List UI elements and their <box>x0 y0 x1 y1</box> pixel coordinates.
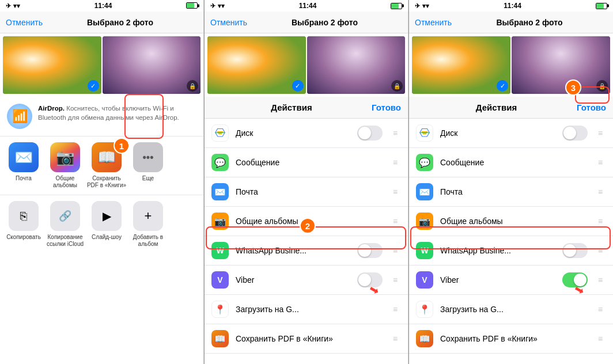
done-button-2[interactable]: Готово <box>372 103 401 112</box>
airdrop-icon: 📶 <box>7 104 32 129</box>
actions-title-3: Действия <box>416 103 577 112</box>
app-item-more[interactable]: ••• Еще <box>127 142 169 189</box>
photo-thumb-2[interactable]: 🔒 <box>103 36 201 94</box>
drive-name-3: Диск <box>440 128 555 138</box>
app-item-books[interactable]: 📖 Сохранить PDF в «Книги» 1 <box>86 142 127 189</box>
message-drag-3[interactable]: ≡ <box>595 157 606 168</box>
mail-icon-2: ✉️ <box>211 183 229 200</box>
action-maps-3[interactable]: 📍 Загрузить на G... ≡ <box>409 295 613 324</box>
action-mail-3[interactable]: ✉️ Почта ≡ <box>409 177 613 207</box>
slideshow-label: Слайд-шоу <box>92 234 122 241</box>
maps-drag-3[interactable]: ≡ <box>595 304 606 315</box>
whatsapp-icon-3: W <box>416 242 433 259</box>
whatsapp-toggle-2[interactable] <box>357 243 383 258</box>
battery-icon-3 <box>596 3 607 9</box>
drive-toggle-3[interactable] <box>562 126 588 141</box>
whatsapp-name-3: WhatsApp Busine... <box>440 246 555 255</box>
action-shared-3[interactable]: 📷 Общие альбомы ≡ <box>409 207 613 236</box>
action-message-3[interactable]: 💬 Сообщение ≡ <box>409 148 613 177</box>
copy-icon: ⎘ <box>9 201 39 231</box>
panel-2: ✈ ▾▾ 11:44 Отменить Выбрано 2 фото ✓ 🔒 Д… <box>205 0 408 364</box>
photo-image-2b <box>307 36 406 94</box>
status-bar-2: ✈ ▾▾ 11:44 <box>205 0 408 12</box>
books-icon-3: 📖 <box>416 330 433 347</box>
action-whatsapp-2[interactable]: W WhatsApp Busine... ≡ <box>205 236 408 266</box>
wifi-icon: ▾▾ <box>13 2 20 10</box>
drive-name-2: Диск <box>236 128 350 138</box>
cancel-button-1[interactable]: Отменить <box>6 18 43 27</box>
action-drive-2[interactable]: Диск ≡ <box>205 119 408 148</box>
whatsapp-drag-3[interactable]: ≡ <box>595 245 606 256</box>
photo-strip-3: ✓ 🔒 <box>409 33 613 97</box>
action-drive-3[interactable]: Диск ≡ <box>409 119 613 148</box>
shared-icon-3: 📷 <box>416 213 433 230</box>
message-icon-3: 💬 <box>416 154 433 171</box>
message-drag-2[interactable]: ≡ <box>389 157 401 168</box>
books-drag-3[interactable]: ≡ <box>595 333 606 344</box>
maps-name-2: Загрузить на G... <box>236 305 383 314</box>
step-badge-2: 2 <box>300 218 316 234</box>
photo-thumb-3b[interactable]: 🔒 <box>512 36 610 94</box>
drive-drag-3[interactable]: ≡ <box>595 127 606 139</box>
whatsapp-drag-2[interactable]: ≡ <box>389 245 401 256</box>
shared-app-label: Общие альбомы <box>44 175 86 189</box>
shared-drag-2[interactable]: ≡ <box>389 215 401 227</box>
action-mail-2[interactable]: ✉️ Почта ≡ <box>205 177 408 207</box>
maps-drag-2[interactable]: ≡ <box>389 304 401 315</box>
action-message-2[interactable]: 💬 Сообщение ≡ <box>205 148 408 177</box>
viber-drag-3[interactable]: ≡ <box>595 274 606 286</box>
nav-title-2: Выбрано 2 фото <box>247 18 402 27</box>
action-viber-3[interactable]: V Viber ≡ ➡ <box>409 266 613 295</box>
panel-1: ✈ ▾▾ 11:44 Отменить Выбрано 2 фото ✓ 🔒 📶 <box>0 0 204 364</box>
photo-thumb-1[interactable]: ✓ <box>3 36 101 94</box>
photo-thumb-3a[interactable]: ✓ <box>412 36 510 94</box>
photo-lock-1: 🔒 <box>187 80 198 92</box>
drive-toggle-2[interactable] <box>357 126 383 141</box>
mail-drag-2[interactable]: ≡ <box>389 186 401 198</box>
action-viber-2[interactable]: V Viber ≡ ➡ <box>205 266 408 295</box>
airplane-icon: ✈ <box>6 2 11 10</box>
action-icloud[interactable]: 🔗 Копирование ссылки iCloud <box>44 201 86 248</box>
photo-thumb-2a[interactable]: ✓ <box>207 36 306 94</box>
viber-name-3: Viber <box>440 275 555 285</box>
cancel-button-2[interactable]: Отменить <box>210 18 247 27</box>
cancel-button-3[interactable]: Отменить <box>415 18 452 27</box>
airdrop-section: 📶 AirDrop. Коснитесь, чтобы включить Wi-… <box>0 97 203 136</box>
nav-bar-1: Отменить Выбрано 2 фото <box>0 12 203 33</box>
action-add-album[interactable]: + Добавить в альбом <box>127 201 169 248</box>
whatsapp-toggle-3[interactable] <box>562 243 588 258</box>
photo-lock-2b: 🔒 <box>391 80 403 92</box>
airplane-icon-2: ✈ <box>210 2 215 10</box>
battery-icon-2 <box>391 3 402 9</box>
status-icons-left-2: ✈ ▾▾ <box>210 2 225 10</box>
action-whatsapp-3[interactable]: W WhatsApp Busine... ≡ <box>409 236 613 266</box>
drive-drag-2[interactable]: ≡ <box>389 127 401 139</box>
mail-drag-3[interactable]: ≡ <box>595 186 606 198</box>
mail-name-3: Почта <box>440 187 588 196</box>
photo-thumb-2b[interactable]: 🔒 <box>307 36 406 94</box>
shared-drag-3[interactable]: ≡ <box>595 215 606 227</box>
shared-app-icon: 📷 <box>50 142 80 172</box>
add-album-icon: + <box>133 201 163 231</box>
nav-title-1: Выбрано 2 фото <box>43 18 198 27</box>
done-button-3[interactable]: Готово <box>577 103 606 112</box>
action-maps-2[interactable]: 📍 Загрузить на G... ≡ <box>205 295 408 324</box>
panel-3: ✈ ▾▾ 11:44 Отменить Выбрано 2 фото ✓ 🔒 Д… <box>409 0 613 364</box>
action-books-3[interactable]: 📖 Сохранить PDF в «Книги» ≡ <box>409 324 613 354</box>
mail-app-icon: ✉️ <box>9 142 39 172</box>
drive-icon-3 <box>416 124 433 142</box>
viber-drag-2[interactable]: ≡ <box>389 274 401 286</box>
app-item-mail[interactable]: ✉️ Почта <box>3 142 44 189</box>
action-copy[interactable]: ⎘ Скопировать <box>3 201 44 248</box>
photo-image-1 <box>3 36 101 94</box>
action-books-2[interactable]: 📖 Сохранить PDF в «Книги» ≡ <box>205 324 408 354</box>
action-slideshow[interactable]: ▶ Слайд-шоу <box>86 201 127 248</box>
maps-icon-2: 📍 <box>211 301 229 318</box>
books-drag-2[interactable]: ≡ <box>389 333 401 344</box>
app-item-shared[interactable]: 📷 Общие альбомы <box>44 142 86 189</box>
shared-name-3: Общие альбомы <box>440 217 588 226</box>
books-icon-2: 📖 <box>211 330 229 347</box>
icloud-icon: 🔗 <box>50 201 80 231</box>
mail-app-label: Почта <box>16 175 32 182</box>
photo-lock-3b: 🔒 <box>596 80 608 92</box>
